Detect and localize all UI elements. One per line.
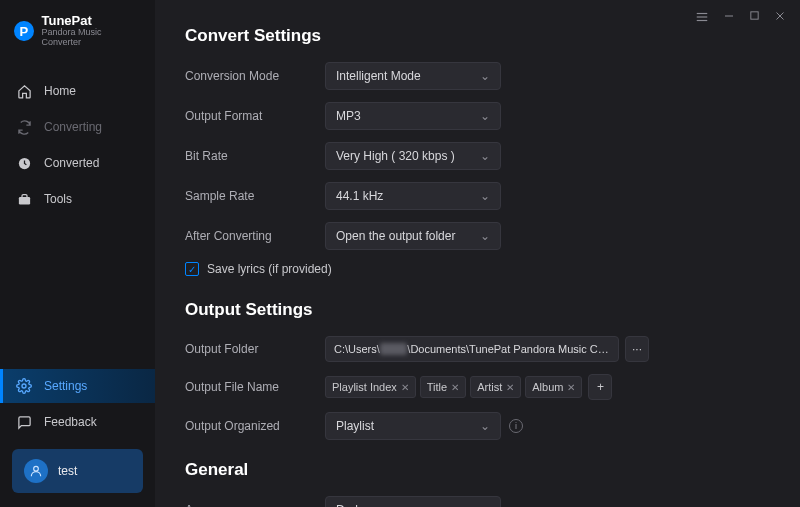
brand: P TunePat Pandora Music Converter — [0, 14, 155, 68]
chevron-down-icon: ⌄ — [480, 229, 490, 243]
appearance-select[interactable]: Dark ⌄ — [325, 496, 501, 507]
nav-bottom: Settings Feedback — [0, 369, 155, 439]
tag-title[interactable]: Title✕ — [420, 376, 466, 398]
chevron-down-icon: ⌄ — [480, 189, 490, 203]
nav-converted[interactable]: Converted — [0, 146, 155, 180]
brand-logo: P — [14, 21, 34, 41]
output-heading: Output Settings — [185, 300, 770, 320]
maximize-icon[interactable] — [749, 10, 760, 27]
nav-converted-label: Converted — [44, 156, 99, 170]
save-lyrics-label: Save lyrics (if provided) — [207, 262, 332, 276]
brand-title: TunePat — [42, 14, 142, 28]
menu-icon[interactable] — [695, 10, 709, 27]
remove-tag-icon[interactable]: ✕ — [401, 382, 409, 393]
output-format-value: MP3 — [336, 109, 361, 123]
output-organized-value: Playlist — [336, 419, 374, 433]
conversion-mode-label: Conversion Mode — [185, 69, 325, 83]
remove-tag-icon[interactable]: ✕ — [567, 382, 575, 393]
path-suffix: \Documents\TunePat Pandora Music Conver — [407, 343, 619, 355]
output-format-label: Output Format — [185, 109, 325, 123]
toolbox-icon — [16, 191, 32, 207]
nav-home-label: Home — [44, 84, 76, 98]
appearance-label: Appearance — [185, 503, 325, 507]
path-prefix: C:\Users\ — [334, 343, 380, 355]
browse-folder-button[interactable]: ··· — [625, 336, 649, 362]
gear-icon — [16, 378, 32, 394]
remove-tag-icon[interactable]: ✕ — [506, 382, 514, 393]
bit-rate-value: Very High ( 320 kbps ) — [336, 149, 455, 163]
output-folder-label: Output Folder — [185, 342, 325, 356]
path-blurred: xxxxx — [380, 343, 408, 355]
nav: Home Converting Converted Tools — [0, 74, 155, 216]
after-converting-label: After Converting — [185, 229, 325, 243]
save-lyrics-checkbox[interactable]: ✓ — [185, 262, 199, 276]
conversion-mode-select[interactable]: Intelligent Mode ⌄ — [325, 62, 501, 90]
sample-rate-label: Sample Rate — [185, 189, 325, 203]
converting-icon — [16, 119, 32, 135]
tag-artist[interactable]: Artist✕ — [470, 376, 521, 398]
brand-subtitle: Pandora Music Converter — [42, 28, 142, 48]
chevron-down-icon: ⌄ — [480, 419, 490, 433]
filename-tags: Playlist Index✕ Title✕ Artist✕ Album✕ — [325, 376, 582, 398]
svg-rect-1 — [18, 197, 29, 205]
sample-rate-select[interactable]: 44.1 kHz ⌄ — [325, 182, 501, 210]
nav-feedback[interactable]: Feedback — [0, 405, 155, 439]
user-name: test — [58, 464, 77, 478]
clock-icon — [16, 155, 32, 171]
output-folder-input[interactable]: C:\Users\xxxxx\Documents\TunePat Pandora… — [325, 336, 619, 362]
after-converting-value: Open the output folder — [336, 229, 455, 243]
chevron-down-icon: ⌄ — [480, 503, 490, 507]
bit-rate-label: Bit Rate — [185, 149, 325, 163]
output-organized-select[interactable]: Playlist ⌄ — [325, 412, 501, 440]
chevron-down-icon: ⌄ — [480, 149, 490, 163]
add-tag-button[interactable]: + — [588, 374, 612, 400]
remove-tag-icon[interactable]: ✕ — [451, 382, 459, 393]
nav-tools[interactable]: Tools — [0, 182, 155, 216]
svg-point-3 — [34, 466, 39, 471]
titlebar — [681, 0, 800, 37]
chevron-down-icon: ⌄ — [480, 69, 490, 83]
sidebar: P TunePat Pandora Music Converter Home C… — [0, 0, 155, 507]
nav-home[interactable]: Home — [0, 74, 155, 108]
tag-playlist-index[interactable]: Playlist Index✕ — [325, 376, 416, 398]
message-icon — [16, 414, 32, 430]
nav-converting-label: Converting — [44, 120, 102, 134]
sample-rate-value: 44.1 kHz — [336, 189, 383, 203]
home-icon — [16, 83, 32, 99]
close-icon[interactable] — [774, 10, 786, 27]
nav-feedback-label: Feedback — [44, 415, 97, 429]
info-icon[interactable]: i — [509, 419, 523, 433]
tag-album[interactable]: Album✕ — [525, 376, 582, 398]
after-converting-select[interactable]: Open the output folder ⌄ — [325, 222, 501, 250]
svg-point-2 — [22, 384, 26, 388]
nav-tools-label: Tools — [44, 192, 72, 206]
nav-settings[interactable]: Settings — [0, 369, 155, 403]
general-heading: General — [185, 460, 770, 480]
nav-converting[interactable]: Converting — [0, 110, 155, 144]
minimize-icon[interactable] — [723, 10, 735, 27]
avatar — [24, 459, 48, 483]
nav-settings-label: Settings — [44, 379, 87, 393]
output-organized-label: Output Organized — [185, 419, 325, 433]
conversion-mode-value: Intelligent Mode — [336, 69, 421, 83]
output-format-select[interactable]: MP3 ⌄ — [325, 102, 501, 130]
user-pill[interactable]: test — [12, 449, 143, 493]
chevron-down-icon: ⌄ — [480, 109, 490, 123]
main: Convert Settings Conversion Mode Intelli… — [155, 0, 800, 507]
appearance-value: Dark — [336, 503, 361, 507]
svg-rect-8 — [751, 12, 758, 19]
bit-rate-select[interactable]: Very High ( 320 kbps ) ⌄ — [325, 142, 501, 170]
output-filename-label: Output File Name — [185, 380, 325, 394]
